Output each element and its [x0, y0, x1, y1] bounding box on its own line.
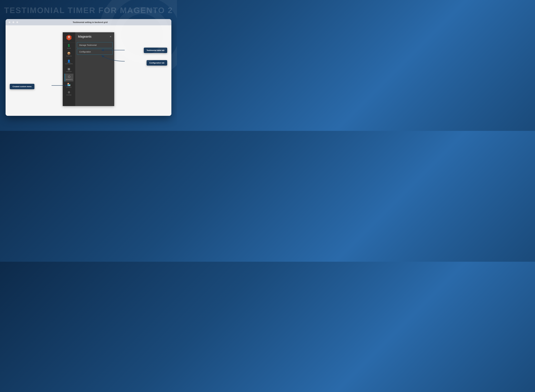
content-icon: ▦	[68, 68, 70, 70]
menu-items-list: Manage Testimonial Configuration	[75, 41, 114, 56]
admin-sidebar: 💲SALES📦CATALOG👤CUSTOMERS▦CONTENT⬡MAGEANT…	[63, 32, 75, 106]
browser-titlebar: Testimonial setting in beckend grid	[5, 19, 171, 25]
menu-close-button[interactable]: ×	[110, 35, 111, 38]
sales-label: SALES	[67, 48, 71, 49]
browser-title: Testimonial setting in beckend grid	[20, 21, 160, 23]
callout-custom-menu: Created custom menu	[10, 84, 34, 89]
sidebar-item-sales[interactable]: 💲SALES	[65, 42, 74, 50]
menu-item-manage-testimonial[interactable]: Manage Testimonial	[77, 42, 113, 48]
callout-config-tab: Configuration tab	[147, 60, 167, 65]
sidebar-item-content[interactable]: ▦CONTENT	[65, 66, 74, 74]
browser-window: Testimonial setting in beckend grid 💲SAL…	[5, 19, 171, 116]
magento-logo-icon	[66, 35, 72, 40]
menu-panel: Mageants × Manage Testimonial Configurat…	[75, 32, 114, 106]
menu-header: Mageants ×	[75, 32, 114, 41]
content-label: CONTENT	[66, 71, 72, 72]
sidebar-item-customers[interactable]: 👤CUSTOMERS	[65, 58, 74, 66]
sidebar-item-system[interactable]: ⚙SYSTEM	[65, 89, 74, 97]
stores-icon: 🏪	[67, 83, 71, 86]
callout-testimonial-tab: Testimonial table tab	[144, 48, 167, 53]
menu-panel-title: Mageants	[78, 35, 91, 38]
mageants-label: MAGEANTS	[66, 79, 73, 80]
catalog-icon: 📦	[67, 52, 71, 55]
mageants-icon: ⬡	[68, 75, 71, 78]
sidebar-item-mageants[interactable]: ⬡MAGEANTS	[65, 74, 74, 81]
menu-item-configuration[interactable]: Configuration	[77, 49, 113, 55]
catalog-label: CATALOG	[66, 55, 72, 57]
sidebar-item-stores[interactable]: 🏪STORES	[65, 81, 74, 89]
browser-content: 💲SALES📦CATALOG👤CUSTOMERS▦CONTENT⬡MAGEANT…	[5, 25, 171, 116]
system-label: SYSTEM	[66, 94, 71, 96]
admin-container: 💲SALES📦CATALOG👤CUSTOMERS▦CONTENT⬡MAGEANT…	[63, 32, 114, 106]
customers-label: CUSTOMERS	[65, 63, 73, 65]
system-icon: ⚙	[68, 91, 70, 94]
browser-dot-1	[8, 21, 11, 23]
sidebar-item-catalog[interactable]: 📦CATALOG	[65, 50, 74, 58]
customers-icon: 👤	[67, 60, 71, 62]
stores-label: STORES	[66, 87, 71, 88]
browser-dot-3	[16, 21, 18, 23]
page-title: TESTIMONIAL TIMER FOR MAGENTO 2	[0, 0, 177, 19]
sales-icon: 💲	[67, 44, 71, 47]
browser-dot-2	[12, 21, 14, 23]
sidebar-logo	[63, 32, 75, 42]
